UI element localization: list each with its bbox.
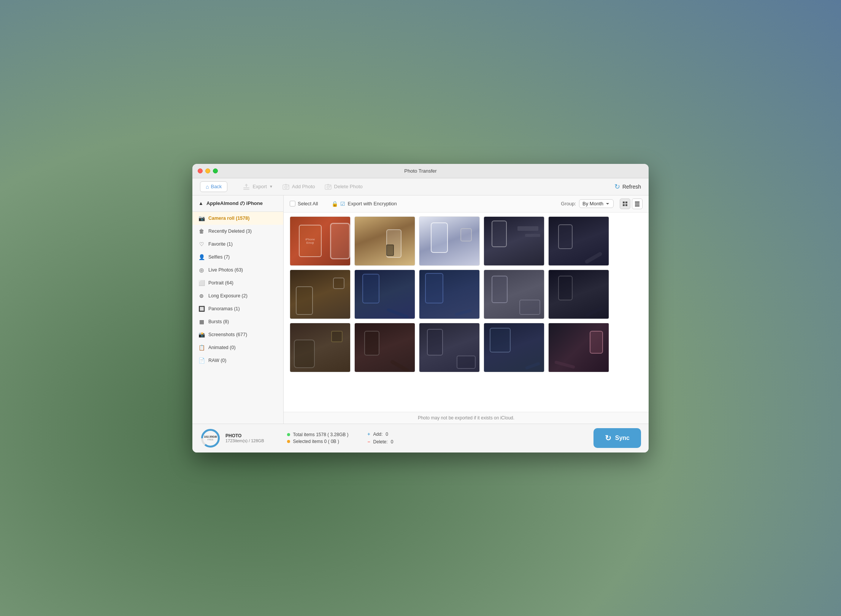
sidebar-item-selfies-label: Selfies (7) (208, 254, 230, 260)
sidebar-item-bursts[interactable]: ▦ Bursts (8) (192, 315, 283, 328)
icloud-notice-text: Photo may not be exported if it exists o… (418, 415, 514, 421)
list-view-button[interactable] (632, 198, 643, 209)
sidebar-item-live-photos[interactable]: ◎ Live Photos (63) (192, 264, 283, 276)
export-icon (243, 183, 250, 191)
sidebar-item-favorite[interactable]: ♡ Favorite (1) (192, 238, 283, 251)
total-items-dot (287, 433, 290, 436)
add-photo-icon (282, 183, 290, 191)
photo-cell-5[interactable] (548, 216, 609, 266)
group-value: By Month (582, 201, 603, 206)
sidebar-item-screenshots-label: Screenshots (677) (208, 332, 247, 337)
svg-rect-13 (625, 204, 627, 206)
svg-point-7 (327, 186, 329, 188)
photo-cell-9[interactable] (484, 270, 544, 319)
photo-cell-11[interactable] (290, 323, 351, 372)
export-label: Export (252, 184, 267, 189)
total-items-label: Total items 1578 ( 3.28GB ) (293, 432, 349, 437)
icloud-notice: Photo may not be exported if it exists o… (284, 412, 649, 424)
lock-icon: 🔒 (332, 201, 338, 207)
photo-cell-7[interactable] (354, 270, 415, 319)
svg-rect-2 (283, 185, 289, 189)
select-all-checkbox[interactable] (290, 201, 295, 206)
total-items-row: Total items 1578 ( 3.28GB ) (287, 432, 349, 437)
sidebar-item-recently-deleted-label: Recently Deleted (3) (208, 229, 252, 234)
svg-rect-10 (623, 202, 625, 203)
photo-cell-12[interactable] (354, 323, 415, 372)
photo-cell-14[interactable] (484, 323, 544, 372)
toolbar: ⌂ Back Export ▼ (192, 178, 649, 195)
selected-items-row: Selected items 0 ( 0B ) (287, 439, 349, 444)
add-photo-button: Add Photo (282, 183, 315, 191)
panoramas-icon: 🔲 (198, 306, 205, 312)
svg-rect-11 (625, 202, 627, 203)
sync-icon: ↻ (605, 433, 611, 443)
export-dropdown-icon: ▼ (269, 184, 273, 189)
group-select[interactable]: By Month (579, 199, 614, 208)
stats-area: Total items 1578 ( 3.28GB ) Selected ite… (287, 432, 349, 444)
sidebar-item-portrait-label: Portrait (64) (208, 280, 233, 286)
add-value: 0 (386, 432, 393, 437)
sidebar-item-raw[interactable]: 📄 RAW (0) (192, 354, 283, 367)
group-label: Group: (561, 201, 576, 206)
svg-rect-6 (325, 185, 331, 189)
svg-rect-16 (635, 205, 639, 206)
sidebar-item-animated[interactable]: 📋 Animated (0) (192, 341, 283, 354)
photo-toolbar: Select All 🔒 ☑ Export with Encryption Gr… (284, 195, 649, 213)
sidebar-item-panoramas[interactable]: 🔲 Panoramas (1) (192, 302, 283, 315)
photo-cell-1[interactable]: iPhoneEmoji (290, 216, 351, 266)
storage-free: FREE (204, 438, 217, 441)
sidebar-item-portrait[interactable]: ⬜ Portrait (64) (192, 276, 283, 289)
sidebar: ▲ AppleAlmond の iPhone 📷 Camera roll (15… (192, 195, 284, 424)
sync-button[interactable]: ↻ Sync (593, 428, 641, 448)
minimize-button[interactable] (205, 168, 210, 173)
sidebar-item-recently-deleted[interactable]: 🗑 Recently Deleted (3) (192, 225, 283, 238)
photo-cell-3[interactable] (419, 216, 480, 266)
raw-icon: 📄 (198, 357, 205, 364)
back-button[interactable]: ⌂ Back (200, 181, 227, 192)
grid-view-button[interactable] (620, 198, 630, 209)
photo-cell-2[interactable] (354, 216, 415, 266)
selfies-icon: 👤 (198, 254, 205, 260)
svg-rect-12 (623, 204, 625, 206)
delete-value: 0 (391, 439, 398, 445)
photo-cell-4[interactable] (484, 216, 544, 266)
select-all-label: Select All (298, 201, 318, 206)
export-button: Export ▼ (243, 183, 273, 191)
sidebar-item-long-exposure[interactable]: ⊚ Long Exposure (2) (192, 289, 283, 302)
refresh-icon: ↻ (614, 183, 620, 191)
bursts-icon: ▦ (198, 319, 205, 325)
long-exposure-icon: ⊚ (198, 293, 205, 299)
photo-cell-8[interactable] (419, 270, 480, 319)
photo-row-2 (290, 270, 643, 319)
sidebar-item-camera-roll[interactable]: 📷 Camera roll (1578) (192, 212, 283, 225)
storage-gb: 102.55GB (204, 435, 217, 438)
selected-items-label: Selected items 0 ( 0B ) (293, 439, 339, 444)
photo-row-1: iPhoneEmoji (290, 216, 643, 266)
sidebar-item-favorite-label: Favorite (1) (208, 241, 233, 247)
photo-cell-15[interactable] (548, 323, 609, 372)
favorite-icon: ♡ (198, 241, 205, 247)
photo-cell-13[interactable] (419, 323, 480, 372)
photo-cell-6[interactable] (290, 270, 351, 319)
device-icon: ▲ (198, 200, 203, 206)
refresh-button[interactable]: ↻ Refresh (614, 183, 641, 191)
add-row: + Add: 0 (368, 432, 398, 437)
live-photos-icon: ◎ (198, 267, 205, 273)
photo-cell-10[interactable] (548, 270, 609, 319)
toolbar-actions: Export ▼ Add Photo (243, 183, 641, 191)
sidebar-item-screenshots[interactable]: 📸 Screenshots (677) (192, 328, 283, 341)
device-name: AppleAlmond の iPhone (206, 200, 263, 207)
photo-grid: iPhoneEmoji (284, 213, 649, 412)
close-button[interactable] (198, 168, 203, 173)
titlebar: Photo Transfer (192, 164, 649, 178)
grid-icon (622, 201, 628, 206)
delete-photo-button: Delete Photo (324, 183, 363, 191)
sidebar-item-animated-label: Animated (0) (208, 345, 236, 350)
sidebar-item-selfies[interactable]: 👤 Selfies (7) (192, 251, 283, 264)
refresh-label: Refresh (622, 184, 641, 190)
sidebar-item-live-photos-label: Live Photos (63) (208, 267, 243, 273)
maximize-button[interactable] (213, 168, 218, 173)
traffic-lights (198, 168, 218, 173)
add-label: Add: (373, 432, 383, 437)
sidebar-item-bursts-label: Bursts (8) (208, 319, 229, 324)
